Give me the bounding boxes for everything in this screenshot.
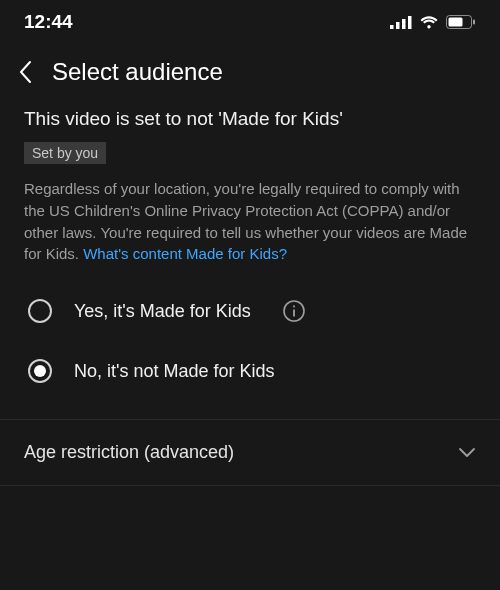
- svg-rect-5: [449, 18, 463, 27]
- option-no-made-for-kids[interactable]: No, it's not Made for Kids: [24, 359, 476, 383]
- age-restriction-expander[interactable]: Age restriction (advanced): [0, 419, 500, 486]
- radio-unselected-icon: [28, 299, 52, 323]
- svg-rect-0: [390, 25, 394, 29]
- audience-description: Regardless of your location, you're lega…: [24, 178, 476, 265]
- audience-heading: This video is set to not 'Made for Kids': [24, 108, 476, 130]
- radio-selected-icon: [28, 359, 52, 383]
- svg-rect-3: [408, 16, 412, 29]
- status-bar: 12:44: [0, 0, 500, 44]
- svg-rect-1: [396, 22, 400, 29]
- expander-label: Age restriction (advanced): [24, 442, 234, 463]
- option-yes-made-for-kids[interactable]: Yes, it's Made for Kids: [24, 299, 476, 323]
- info-icon[interactable]: [283, 300, 305, 322]
- battery-icon: [446, 15, 476, 29]
- wifi-icon: [419, 15, 439, 29]
- time-label: 12:44: [24, 11, 73, 33]
- page-header: Select audience: [0, 44, 500, 108]
- made-for-kids-link[interactable]: What's content Made for Kids?: [83, 245, 287, 262]
- svg-rect-6: [473, 20, 475, 25]
- svg-rect-8: [293, 310, 295, 317]
- svg-rect-2: [402, 19, 406, 29]
- set-by-badge: Set by you: [24, 142, 106, 164]
- back-icon[interactable]: [18, 60, 32, 84]
- svg-rect-9: [293, 306, 295, 308]
- option-label: No, it's not Made for Kids: [74, 361, 275, 382]
- chevron-down-icon: [458, 447, 476, 458]
- option-label: Yes, it's Made for Kids: [74, 301, 251, 322]
- cellular-icon: [390, 15, 412, 29]
- page-title: Select audience: [52, 58, 223, 86]
- status-indicators: [390, 15, 476, 29]
